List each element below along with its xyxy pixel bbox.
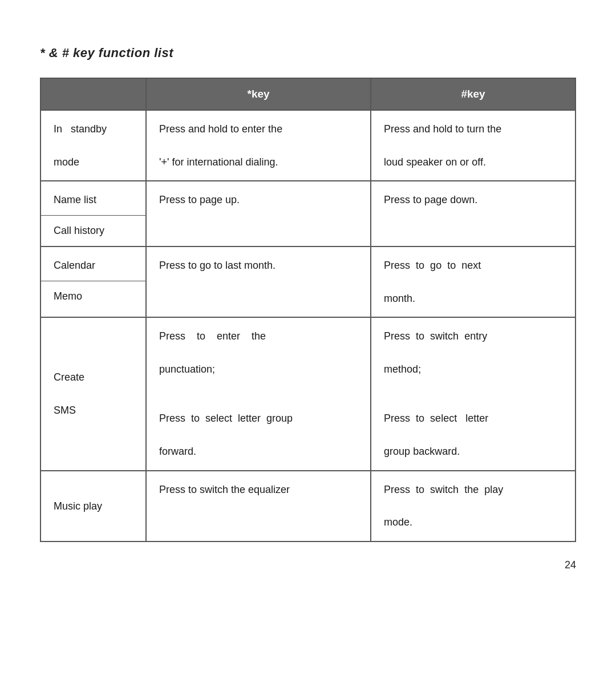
- header-star-key: *key: [146, 78, 371, 110]
- star-action-music: Press to switch the equalizer: [146, 471, 371, 541]
- table-row: CreateSMS Press to enter thepunctuation;…: [40, 317, 576, 470]
- hash-action-music: Press to switch the playmode.: [371, 471, 576, 541]
- hash-action-calendar: Press to go to nextmonth.: [371, 246, 576, 317]
- page-title: * & # key function list: [40, 46, 576, 60]
- table-row: Calendar Memo Press to go to last month.…: [40, 246, 576, 317]
- star-action-standby: Press and hold to enter the'+' for inter…: [146, 110, 371, 181]
- row-label-create-sms: CreateSMS: [40, 317, 146, 470]
- table-row: In standbymode Press and hold to enter t…: [40, 110, 576, 181]
- hash-action-namelist: Press to page down.: [371, 181, 576, 246]
- star-action-sms: Press to enter thepunctuation; Press to …: [146, 317, 371, 470]
- row-label-namelist-callhistory: Name list Call history: [40, 181, 146, 246]
- label-memo: Memo: [41, 281, 145, 312]
- row-label-standby: In standbymode: [40, 110, 146, 181]
- page-number: 24: [40, 559, 576, 571]
- header-hash-key: #key: [371, 78, 576, 110]
- hash-action-sms: Press to switch entrymethod; Press to se…: [371, 317, 576, 470]
- row-label-calendar-memo: Calendar Memo: [40, 246, 146, 317]
- table-row: Name list Call history Press to page up.…: [40, 181, 576, 246]
- function-table: *key #key In standbymode Press and hold …: [40, 78, 576, 542]
- label-name-list: Name list: [41, 181, 145, 215]
- hash-action-standby: Press and hold to turn theloud speaker o…: [371, 110, 576, 181]
- header-col1: [40, 78, 146, 110]
- label-call-history: Call history: [41, 215, 145, 246]
- label-calendar: Calendar: [41, 247, 145, 281]
- table-row: Music play Press to switch the equalizer…: [40, 471, 576, 541]
- star-action-namelist: Press to page up.: [146, 181, 371, 246]
- row-label-music-play: Music play: [40, 471, 146, 541]
- star-action-calendar: Press to go to last month.: [146, 246, 371, 317]
